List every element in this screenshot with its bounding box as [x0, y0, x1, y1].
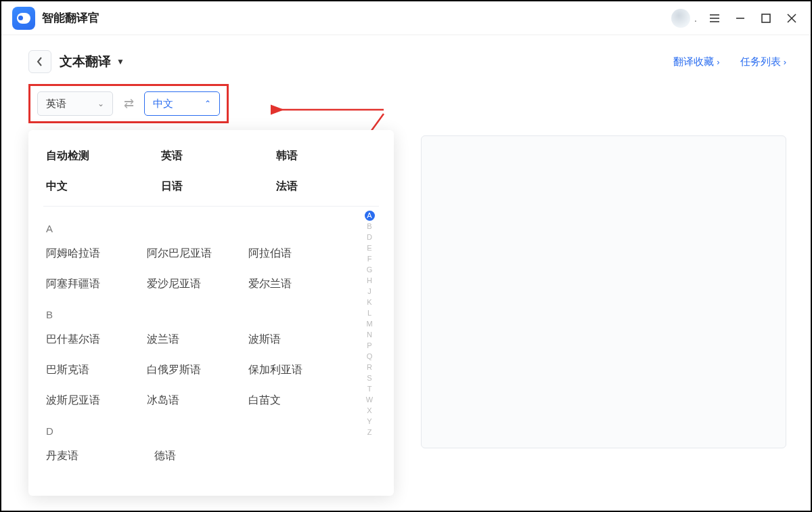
letter-rail-item[interactable]: N [367, 329, 372, 340]
language-selector-group: 英语 ⌄ ⇄ 中文 ⌃ [28, 84, 229, 123]
letter-rail-item[interactable]: X [367, 405, 371, 416]
quick-lang-zh[interactable]: 中文 [46, 179, 120, 194]
lang-item[interactable]: 白俄罗斯语 [147, 355, 248, 385]
letter-rail-item[interactable]: R [367, 362, 372, 372]
target-lang-select[interactable]: 中文 ⌃ [144, 91, 220, 116]
swap-languages-button[interactable]: ⇄ [120, 95, 137, 112]
letter-rail-item[interactable]: G [367, 264, 373, 275]
maximize-icon[interactable] [758, 10, 774, 26]
lang-row: 丹麦语 德语 [46, 441, 349, 471]
lang-item[interactable]: 冰岛语 [147, 385, 248, 416]
favorites-link-label: 翻译收藏 [673, 56, 714, 68]
letter-rail-item[interactable]: T [367, 383, 372, 394]
chevron-right-icon: › [784, 57, 786, 67]
letter-rail-item[interactable]: J [367, 286, 371, 297]
quick-lang-ko[interactable]: 韩语 [276, 149, 351, 163]
page-title-text: 文本翻译 [60, 53, 111, 70]
letter-rail-item[interactable]: S [367, 372, 371, 383]
lang-item[interactable]: 巴斯克语 [46, 355, 147, 385]
letter-head-a: A [46, 223, 349, 234]
lang-item[interactable]: 阿姆哈拉语 [46, 238, 147, 269]
avatar[interactable] [671, 9, 690, 28]
lang-item[interactable]: 爱沙尼亚语 [147, 269, 248, 299]
controls-row: 英语 ⌄ ⇄ 中文 ⌃ [1, 80, 811, 123]
letter-rail-item[interactable]: L [367, 307, 371, 318]
quick-lang-row-2: 中文 日语 法语 [46, 171, 376, 202]
chevron-up-icon: ⌃ [204, 99, 211, 108]
tasks-link[interactable]: 任务列表 › [740, 56, 786, 68]
letter-head-b: B [46, 309, 349, 320]
letter-rail-item[interactable]: W [366, 394, 373, 405]
letter-rail-item[interactable]: A [365, 211, 375, 221]
target-lang-value: 中文 [153, 98, 173, 110]
header-row: 文本翻译 ▼ 翻译收藏 › 任务列表 › [1, 35, 811, 80]
app-logo-icon [12, 7, 35, 30]
favorites-link[interactable]: 翻译收藏 › [673, 56, 719, 68]
lang-item[interactable]: 波斯语 [248, 324, 349, 355]
translation-output-panel [421, 135, 786, 448]
letter-rail-item[interactable]: E [367, 242, 371, 253]
lang-item[interactable]: 阿尔巴尼亚语 [147, 238, 248, 269]
quick-lang-ja[interactable]: 日语 [161, 179, 235, 194]
letter-rail: A B D E F G H J K L M N P Q R S T W X Y … [363, 209, 376, 480]
letter-rail-item[interactable]: Z [367, 427, 372, 438]
quick-lang-row-1: 自动检测 英语 韩语 [46, 141, 376, 171]
letter-rail-item[interactable]: K [367, 297, 371, 307]
lang-row: 巴什基尔语 波兰语 波斯语 [46, 324, 349, 355]
svg-rect-4 [762, 14, 770, 22]
source-lang-value: 英语 [46, 98, 66, 110]
lang-row: 巴斯克语 白俄罗斯语 保加利亚语 [46, 355, 349, 385]
menu-icon[interactable] [706, 10, 723, 26]
caret-down-icon: ▼ [116, 57, 125, 66]
header-links: 翻译收藏 › 任务列表 › [673, 56, 786, 68]
language-list[interactable]: A 阿姆哈拉语 阿尔巴尼亚语 阿拉伯语 阿塞拜疆语 爱沙尼亚语 爱尔兰语 B 巴… [46, 209, 363, 480]
letter-rail-item[interactable]: D [367, 232, 372, 242]
lang-row: 波斯尼亚语 冰岛语 白苗文 [46, 385, 349, 416]
avatar-dot: . [694, 13, 697, 24]
letter-rail-item[interactable]: F [367, 253, 372, 264]
lang-item[interactable]: 波斯尼亚语 [46, 385, 147, 416]
minimize-icon[interactable] [732, 10, 748, 26]
source-lang-select[interactable]: 英语 ⌄ [37, 91, 113, 116]
lang-item[interactable]: 白苗文 [248, 385, 349, 416]
language-dropdown-panel: 自动检测 英语 韩语 中文 日语 法语 A 阿姆哈拉语 阿尔巴尼亚语 阿拉伯语 … [28, 130, 394, 496]
letter-head-d: D [46, 425, 349, 437]
quick-lang-auto[interactable]: 自动检测 [46, 149, 120, 163]
app-title: 智能翻译官 [42, 10, 99, 26]
lang-item[interactable]: 阿塞拜疆语 [46, 269, 147, 299]
letter-rail-item[interactable]: H [367, 275, 372, 286]
lang-row: 阿姆哈拉语 阿尔巴尼亚语 阿拉伯语 [46, 238, 349, 269]
lang-list-wrap: A 阿姆哈拉语 阿尔巴尼亚语 阿拉伯语 阿塞拜疆语 爱沙尼亚语 爱尔兰语 B 巴… [46, 209, 376, 480]
lang-item[interactable]: 巴什基尔语 [46, 324, 147, 355]
divider [43, 206, 379, 207]
lang-row: 阿塞拜疆语 爱沙尼亚语 爱尔兰语 [46, 269, 349, 299]
quick-lang-en[interactable]: 英语 [161, 149, 235, 163]
lang-item[interactable]: 波兰语 [147, 324, 248, 355]
window-controls: . [671, 9, 800, 28]
letter-rail-item[interactable]: M [366, 318, 372, 329]
chevron-right-icon: › [717, 57, 719, 67]
back-button[interactable] [28, 50, 51, 73]
lang-item[interactable]: 阿拉伯语 [248, 238, 349, 269]
letter-rail-item[interactable]: Q [367, 351, 373, 362]
close-icon[interactable] [784, 10, 800, 26]
letter-rail-item[interactable]: Y [367, 416, 371, 427]
page-title[interactable]: 文本翻译 ▼ [60, 53, 125, 70]
title-bar: 智能翻译官 . [1, 1, 811, 35]
lang-item[interactable]: 保加利亚语 [248, 355, 349, 385]
quick-lang-fr[interactable]: 法语 [276, 179, 351, 194]
chevron-down-icon: ⌄ [97, 99, 104, 108]
lang-item[interactable]: 丹麦语 [46, 441, 154, 471]
tasks-link-label: 任务列表 [740, 56, 781, 68]
lang-item[interactable]: 爱尔兰语 [248, 269, 349, 299]
letter-rail-item[interactable]: B [367, 221, 371, 232]
letter-rail-item[interactable]: P [367, 340, 371, 351]
lang-item[interactable]: 德语 [154, 441, 263, 471]
